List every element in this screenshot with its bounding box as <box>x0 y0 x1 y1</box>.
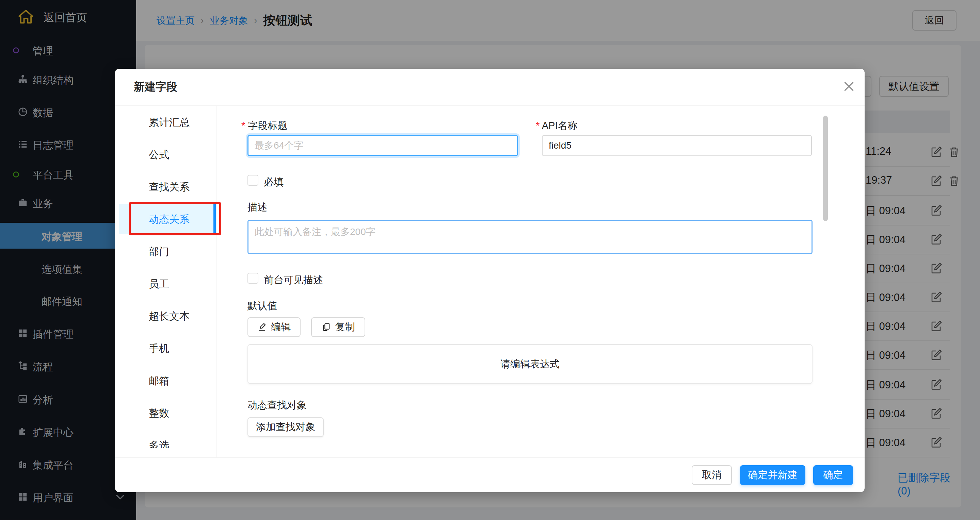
dynamic-lookup-label: 动态查找对象 <box>247 399 307 412</box>
required-label: 必填 <box>264 176 283 189</box>
type-item-zhengshu[interactable]: 整数 <box>115 403 216 422</box>
modal-scrollbar-thumb[interactable] <box>823 116 828 221</box>
description-textarea[interactable] <box>247 220 813 254</box>
type-item-shouji[interactable]: 手机 <box>115 338 216 357</box>
type-item-duoxuan[interactable]: 多选 <box>115 435 216 448</box>
field-title-input[interactable] <box>247 135 518 156</box>
pencil-icon <box>257 322 267 332</box>
close-icon[interactable] <box>842 79 856 93</box>
edit-expression-button[interactable]: 编辑 <box>247 317 301 337</box>
type-item-chazhaoguanxi[interactable]: 查找关系 <box>115 177 216 196</box>
expression-box[interactable]: 请编辑表达式 <box>247 344 813 384</box>
add-lookup-object-button[interactable]: 添加查找对象 <box>247 417 324 437</box>
type-item-leijihuizong[interactable]: 累计汇总 <box>115 112 216 131</box>
field-title-label: 字段标题 <box>241 119 287 133</box>
field-type-list: 累计汇总 公式 查找关系 动态关系 部门 员工 超长文本 手机 邮箱 整数 多选 <box>115 105 216 448</box>
new-field-modal: 新建字段 累计汇总 公式 查找关系 动态关系 部门 员工 超长文本 手机 邮箱 … <box>115 69 865 492</box>
modal-footer: 取消 确定并新建 确定 <box>115 457 865 492</box>
description-label: 描述 <box>247 201 267 214</box>
confirm-button[interactable]: 确定 <box>813 465 853 485</box>
type-item-bumen[interactable]: 部门 <box>115 241 216 260</box>
type-item-yuangong[interactable]: 员工 <box>115 274 216 293</box>
type-item-dongtaiguanxi[interactable]: 动态关系 <box>115 209 216 228</box>
type-item-chaochangwenben[interactable]: 超长文本 <box>115 306 216 325</box>
type-list-divider <box>216 105 216 457</box>
modal-header-divider <box>115 105 865 106</box>
confirm-and-new-button[interactable]: 确定并新建 <box>740 465 805 485</box>
copy-icon <box>322 322 331 332</box>
modal-title: 新建字段 <box>134 79 177 95</box>
cancel-button[interactable]: 取消 <box>692 465 732 485</box>
front-visible-desc-label: 前台可见描述 <box>264 273 323 287</box>
api-name-input[interactable] <box>542 135 812 156</box>
required-checkbox[interactable] <box>247 175 258 186</box>
type-item-youxiang[interactable]: 邮箱 <box>115 371 216 390</box>
app-root: 返回首页 管理 组织结构 数据 日志管理 平台工具 业务 对象管理 <box>0 0 980 520</box>
api-name-label: API名称 <box>536 119 578 133</box>
copy-button[interactable]: 复制 <box>311 317 365 337</box>
type-item-gongshi[interactable]: 公式 <box>115 144 216 163</box>
front-visible-desc-checkbox[interactable] <box>247 273 258 284</box>
default-value-label: 默认值 <box>247 299 277 313</box>
